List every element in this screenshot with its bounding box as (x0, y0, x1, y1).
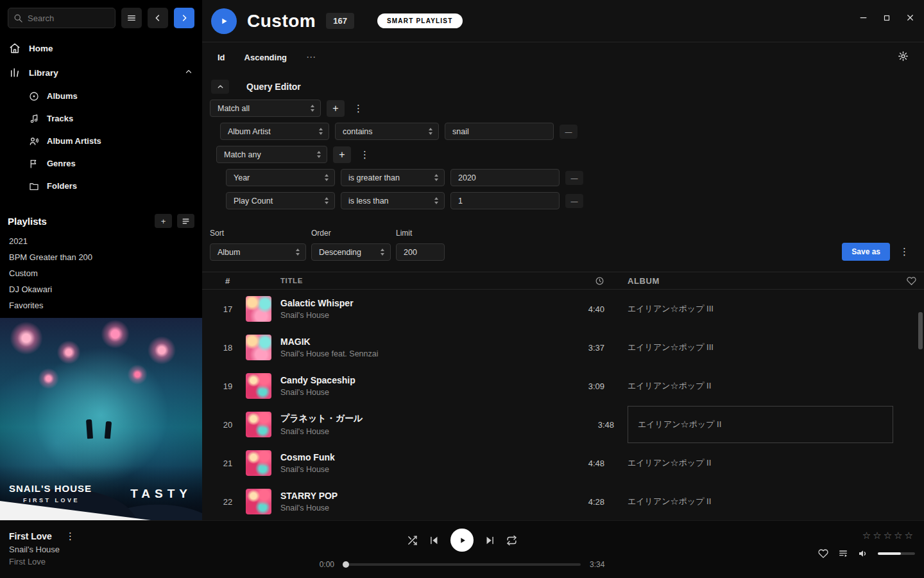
track-album[interactable]: エイリアン☆ポップ III (624, 303, 893, 315)
query-sort-select[interactable]: Album (210, 243, 306, 261)
playlist-play-button[interactable] (211, 8, 237, 34)
column-number[interactable]: # (210, 276, 246, 286)
add-rule-button[interactable]: + (333, 146, 351, 163)
track-title[interactable]: Candy Spaceship (280, 375, 560, 385)
track-artist[interactable]: Snail's House (280, 311, 560, 320)
nav-back-button[interactable] (148, 8, 168, 28)
track-row[interactable]: 21 Cosmo Funk Snail's House 4:48 エイリアン☆ポ… (202, 444, 924, 482)
play-pause-button[interactable] (450, 529, 474, 552)
track-row[interactable]: 22 STARRY POP Snail's House 4:28 エイリアン☆ポ… (202, 482, 924, 520)
next-button[interactable] (484, 535, 495, 546)
query-editor-collapse-button[interactable] (211, 80, 229, 94)
group-menu-button[interactable]: ⋮ (350, 103, 366, 114)
remove-rule-button[interactable]: — (565, 194, 583, 208)
now-playing-title[interactable]: First Love (9, 531, 52, 541)
column-title[interactable]: TITLE (280, 277, 560, 285)
rule-field-select[interactable]: Year (226, 169, 335, 186)
track-row[interactable]: 19 Candy Spaceship Snail's House 3:09 エイ… (202, 367, 924, 405)
rule-operator-select[interactable]: is less than (341, 192, 445, 209)
rule-value-input[interactable] (445, 123, 554, 140)
playlist-item[interactable]: BPM Greater than 200 (0, 249, 202, 265)
remove-rule-button[interactable]: — (560, 125, 578, 139)
minimize-button[interactable] (859, 13, 868, 22)
rule-value-input[interactable] (450, 192, 560, 209)
playlist-item[interactable]: 2021 (0, 233, 202, 249)
column-album[interactable]: ALBUM (624, 276, 893, 286)
shuffle-button[interactable] (407, 535, 418, 546)
sort-direction-button[interactable]: Ascending (244, 53, 287, 62)
seek-handle[interactable] (343, 561, 349, 568)
nav-forward-button[interactable] (174, 8, 194, 28)
query-limit-input[interactable] (396, 243, 445, 261)
track-row[interactable]: 18 MAGIK Snail's House feat. Sennzai 3:3… (202, 328, 924, 367)
track-title[interactable]: Cosmo Funk (280, 452, 560, 462)
track-album[interactable]: エイリアン☆ポップ II (624, 457, 893, 469)
chevron-up-icon[interactable] (184, 67, 193, 78)
sidebar-item-tracks[interactable]: Tracks (0, 107, 202, 130)
add-playlist-button[interactable]: + (155, 214, 172, 228)
rating-stars[interactable]: ☆☆☆☆☆ (862, 530, 915, 541)
match-type-select[interactable]: Match all (210, 100, 321, 117)
group-menu-button[interactable]: ⋮ (357, 149, 373, 161)
favorite-button[interactable] (818, 548, 828, 559)
rule-value-input[interactable] (450, 169, 560, 186)
track-title[interactable]: プラネット・ガール (280, 413, 569, 425)
track-row[interactable]: 17 Galactic Whisper Snail's House 4:40 エ… (202, 290, 924, 328)
volume-slider[interactable] (878, 552, 915, 555)
match-type-select[interactable]: Match any (216, 146, 327, 163)
rule-field-select[interactable]: Album Artist (220, 123, 329, 140)
add-rule-button[interactable]: + (327, 100, 345, 117)
track-title[interactable]: STARRY POP (280, 491, 560, 501)
track-row[interactable]: 20 プラネット・ガール Snail's House 3:48 エイリアン☆ポッ… (202, 405, 924, 444)
now-playing-album-art[interactable]: SNAIL'S HOUSE FIRST LOVE TASTY (0, 318, 202, 520)
settings-button[interactable] (898, 51, 909, 64)
previous-button[interactable] (429, 535, 440, 546)
now-playing-artist[interactable]: Snail's House (9, 545, 78, 554)
remove-rule-button[interactable]: — (565, 171, 583, 185)
sidebar-item-album-artists[interactable]: Album Artists (0, 130, 202, 152)
sidebar-item-genres[interactable]: Genres (0, 152, 202, 175)
sidebar-item-home[interactable]: Home (0, 36, 202, 60)
seek-bar[interactable] (343, 563, 581, 566)
repeat-button[interactable] (506, 535, 517, 546)
track-context-menu-button[interactable]: ⋮ (62, 530, 78, 542)
rule-operator-select[interactable]: is greater than (341, 169, 445, 186)
track-artist[interactable]: Snail's House (280, 465, 560, 474)
save-as-button[interactable]: Save as (842, 243, 890, 261)
queue-button[interactable] (838, 548, 848, 559)
playlist-item[interactable]: Custom (0, 265, 202, 281)
query-order-select[interactable]: Descending (311, 243, 391, 261)
volume-button[interactable] (858, 548, 868, 559)
now-playing-album[interactable]: First Love (9, 557, 78, 566)
track-album[interactable]: エイリアン☆ポップ II (624, 496, 893, 507)
menu-button[interactable] (121, 8, 142, 28)
sidebar-item-library[interactable]: Library (0, 60, 202, 85)
track-artist[interactable]: Snail's House (280, 504, 560, 512)
save-menu-button[interactable]: ⋮ (896, 246, 912, 258)
rule-operator-select[interactable]: contains (335, 123, 439, 140)
track-album[interactable]: エイリアン☆ポップ II (624, 380, 893, 392)
rule-field-select[interactable]: Play Count (226, 192, 335, 209)
track-artist[interactable]: Snail's House (280, 427, 569, 436)
track-album[interactable]: エイリアン☆ポップ III (624, 342, 893, 353)
sidebar-item-folders[interactable]: Folders (0, 175, 202, 197)
maximize-button[interactable] (882, 13, 891, 22)
close-button[interactable] (905, 13, 915, 22)
track-title[interactable]: MAGIK (280, 337, 560, 347)
track-artist[interactable]: Snail's House feat. Sennzai (280, 349, 560, 358)
more-options-button[interactable]: ⋯ (306, 51, 317, 63)
track-album-selected[interactable]: エイリアン☆ポップ II (628, 406, 893, 443)
column-favorite[interactable] (893, 276, 916, 286)
track-title[interactable]: Galactic Whisper (280, 298, 560, 308)
column-duration[interactable] (560, 276, 624, 286)
playlist-list-button[interactable] (177, 214, 194, 228)
sort-field-button[interactable]: Id (218, 53, 225, 62)
search-input[interactable] (8, 8, 116, 28)
playlist-item[interactable]: Favorites (0, 297, 202, 313)
playlist-item[interactable]: DJ Okawari (0, 281, 202, 297)
flag-icon (29, 159, 39, 169)
sidebar-item-albums[interactable]: Albums (0, 85, 202, 107)
track-album-art (246, 335, 271, 360)
vertical-scrollbar[interactable] (918, 312, 923, 349)
track-artist[interactable]: Snail's House (280, 388, 560, 397)
